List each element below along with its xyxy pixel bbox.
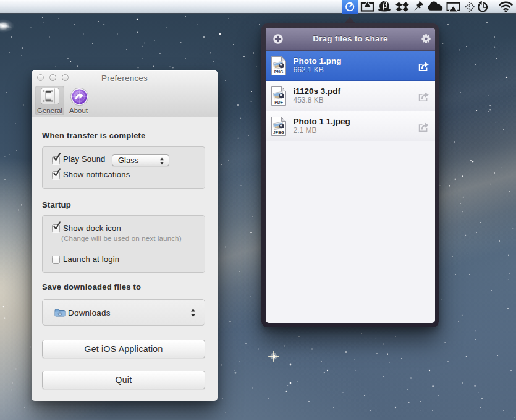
svg-text:JPEG: JPEG: [273, 130, 284, 135]
svg-text:PDF: PDF: [274, 100, 283, 104]
svg-text:PNG: PNG: [274, 70, 284, 74]
